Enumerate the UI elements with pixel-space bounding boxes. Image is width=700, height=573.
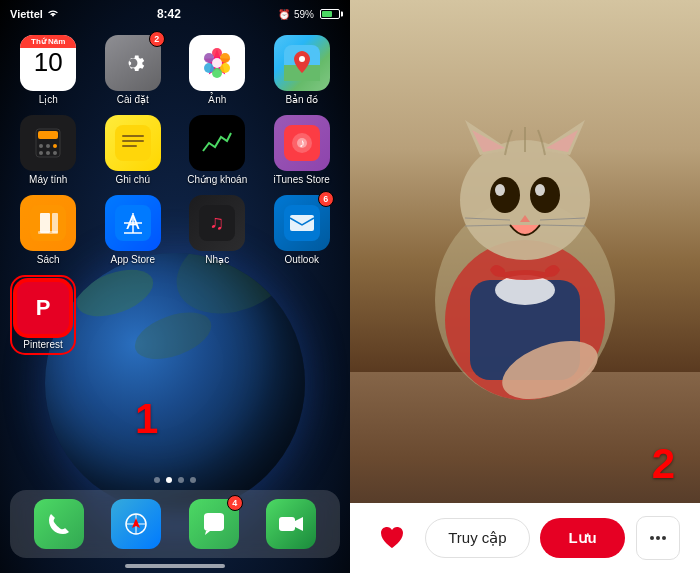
- pinterest-label: Pinterest: [23, 339, 62, 350]
- svg-rect-28: [40, 213, 50, 233]
- app-item-itunes[interactable]: ♪ iTunes Store: [264, 115, 341, 185]
- photos-app-icon: [189, 35, 245, 91]
- maps-app-icon: [274, 35, 330, 91]
- svg-point-12: [39, 144, 43, 148]
- itunes-label: iTunes Store: [274, 174, 330, 185]
- app-item-calendar[interactable]: Thứ Năm 10 Lịch: [10, 35, 87, 105]
- dock-facetime[interactable]: [266, 499, 316, 549]
- app-item-outlook[interactable]: 6 Outlook: [264, 195, 341, 265]
- svg-point-58: [530, 177, 560, 213]
- dock-messages[interactable]: 4: [189, 499, 239, 549]
- messages-badge: 4: [227, 495, 243, 511]
- svg-point-69: [662, 536, 666, 540]
- calendar-icon: Thứ Năm 10: [20, 35, 76, 91]
- svg-rect-20: [122, 140, 144, 142]
- outlook-icon: [284, 205, 320, 241]
- svg-rect-11: [38, 131, 58, 139]
- svg-marker-47: [295, 517, 303, 531]
- music-app-icon: ♫: [189, 195, 245, 251]
- action-bar: Truy cập Lưu: [350, 503, 700, 573]
- cat-illustration: [350, 0, 700, 420]
- svg-point-14: [53, 144, 57, 148]
- outlook-label: Outlook: [285, 254, 319, 265]
- svg-text:♪: ♪: [299, 136, 305, 150]
- calendar-label: Lịch: [39, 94, 58, 105]
- facetime-icon: [277, 510, 305, 538]
- page-dot-2: [166, 477, 172, 483]
- battery-icon: [320, 9, 340, 19]
- luu-button[interactable]: Lưu: [540, 518, 624, 558]
- more-button[interactable]: [636, 516, 680, 560]
- earth-wallpaper: [45, 253, 305, 513]
- music-label: Nhạc: [205, 254, 229, 265]
- svg-rect-29: [52, 213, 58, 233]
- more-icon: [648, 528, 668, 548]
- page-dots: [154, 477, 196, 483]
- app-item-maps[interactable]: Bản đồ: [264, 35, 341, 105]
- photos-icon: [199, 45, 235, 81]
- svg-point-57: [490, 177, 520, 213]
- svg-point-17: [53, 151, 57, 155]
- app-grid-row4: P Pinterest: [10, 275, 76, 355]
- svg-text:P: P: [36, 295, 51, 320]
- dock-safari[interactable]: [111, 499, 161, 549]
- app-item-music[interactable]: ♫ Nhạc: [179, 195, 256, 265]
- svg-point-52: [460, 140, 590, 260]
- appstore-icon: A: [115, 205, 151, 241]
- svg-rect-21: [122, 145, 137, 147]
- time-display: 8:42: [157, 7, 181, 21]
- stocks-icon: [199, 125, 235, 161]
- settings-label: Cài đặt: [117, 94, 149, 105]
- svg-text:♫: ♫: [210, 211, 225, 233]
- outlook-app-icon: 6: [274, 195, 330, 251]
- settings-app-icon: 2: [105, 35, 161, 91]
- app-item-appstore[interactable]: A App Store: [95, 195, 172, 265]
- svg-point-9: [299, 56, 305, 62]
- dock-phone[interactable]: [34, 499, 84, 549]
- truy-cap-button[interactable]: Truy cập: [425, 518, 529, 558]
- app-item-photos[interactable]: Ảnh: [179, 35, 256, 105]
- svg-point-59: [495, 184, 505, 196]
- svg-point-13: [46, 144, 50, 148]
- calculator-icon: [30, 125, 66, 161]
- calendar-date: 10: [34, 49, 63, 75]
- heart-button[interactable]: [370, 516, 414, 560]
- app-grid-row2: Máy tính Ghi chú Chứng khoán: [10, 115, 340, 185]
- itunes-icon: ♪: [284, 125, 320, 161]
- app-item-books[interactable]: Sách: [10, 195, 87, 265]
- appstore-app-icon: A: [105, 195, 161, 251]
- messages-icon: [200, 510, 228, 538]
- pinterest-icon: P: [25, 290, 61, 326]
- calculator-label: Máy tính: [29, 174, 67, 185]
- step-1-label: 1: [135, 395, 158, 443]
- app-grid: Thứ Năm 10 Lịch 2 Cài đặt: [10, 35, 340, 105]
- app-grid-row3: Sách A App Store ♫: [10, 195, 340, 265]
- itunes-app-icon: ♪: [274, 115, 330, 171]
- books-label: Sách: [37, 254, 60, 265]
- carrier-label: Viettel: [10, 8, 43, 20]
- phone-icon: [45, 510, 73, 538]
- app-item-pinterest[interactable]: P Pinterest: [10, 275, 76, 355]
- settings-badge: 2: [149, 31, 165, 47]
- svg-rect-39: [290, 215, 314, 231]
- app-item-notes[interactable]: Ghi chú: [95, 115, 172, 185]
- maps-icon: [284, 45, 320, 81]
- stocks-label: Chứng khoán: [187, 174, 247, 185]
- svg-rect-18: [115, 125, 151, 161]
- music-icon: ♫: [199, 205, 235, 241]
- stocks-app-icon: [189, 115, 245, 171]
- app-item-calculator[interactable]: Máy tính: [10, 115, 87, 185]
- svg-point-68: [656, 536, 660, 540]
- notes-app-icon: [105, 115, 161, 171]
- page-dot-1: [154, 477, 160, 483]
- svg-point-60: [535, 184, 545, 196]
- notes-label: Ghi chú: [116, 174, 150, 185]
- app-item-settings[interactable]: 2 Cài đặt: [95, 35, 172, 105]
- svg-point-15: [39, 151, 43, 155]
- page-dot-3: [178, 477, 184, 483]
- app-item-stocks[interactable]: Chứng khoán: [179, 115, 256, 185]
- photos-label: Ảnh: [208, 94, 226, 105]
- wifi-icon: [46, 8, 60, 20]
- alarm-icon: ⏰: [278, 9, 290, 20]
- gear-icon: [117, 47, 149, 79]
